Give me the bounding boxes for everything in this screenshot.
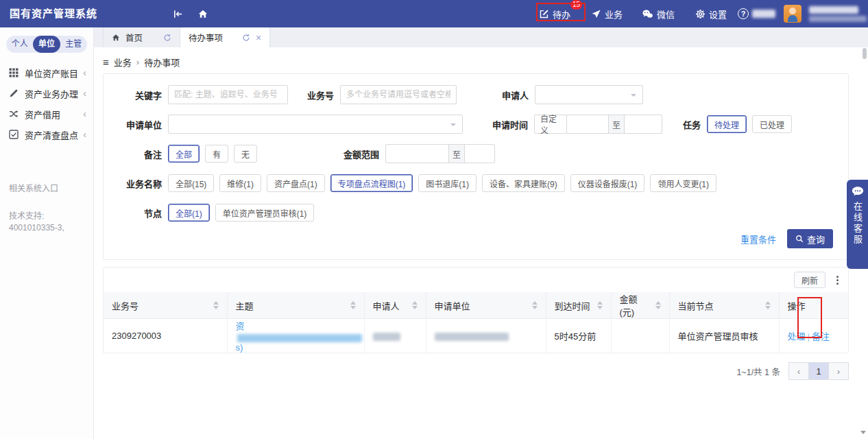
bizno-input[interactable]	[340, 85, 457, 104]
refresh-tab-icon[interactable]	[163, 34, 171, 42]
bizno-label: 业务号	[288, 88, 334, 102]
bizname-chip-user-change[interactable]: 领用人变更(1)	[650, 174, 716, 192]
breadcrumb-level2: 待办事项	[144, 56, 180, 69]
chat-bubble-icon	[852, 186, 864, 198]
sort-icon[interactable]	[597, 301, 603, 309]
close-tab-icon[interactable]: ×	[256, 32, 261, 43]
sidebar-item-asset-inventory[interactable]: 资产清查盘点 ‹	[0, 124, 93, 145]
search-button[interactable]: 查询	[787, 229, 833, 248]
nav-business-button[interactable]: 业务	[591, 8, 623, 21]
prev-page-button[interactable]: ‹	[788, 362, 809, 380]
applicant-select[interactable]	[535, 85, 643, 104]
chevron-collapsed-icon: ‹	[83, 88, 86, 98]
tab-todo[interactable]: 待办事项 ×	[180, 27, 270, 47]
process-link[interactable]: 处理	[788, 331, 806, 342]
sort-icon[interactable]	[532, 301, 538, 309]
more-options-icon[interactable]	[836, 276, 839, 285]
breadcrumb-separator: ›	[136, 57, 139, 67]
bizname-chip-inventory[interactable]: 资产盘点(1)	[267, 174, 325, 192]
node-chip-unit-admin-audit[interactable]: 单位资产管理员审核(1)	[215, 204, 315, 222]
sidebar-item-asset-borrow[interactable]: 资产借用 ‹	[0, 104, 93, 124]
amount-label: 金额范围	[257, 147, 379, 161]
segment-unit[interactable]: 单位	[33, 36, 60, 53]
node-chip-all[interactable]: 全部(1)	[168, 204, 210, 222]
cell-actions: 处理|备注	[779, 319, 848, 353]
nav-settings-button[interactable]: 设置	[695, 8, 727, 21]
user-menu[interactable]: ▾	[784, 5, 868, 23]
page-number-button[interactable]: 1	[808, 362, 829, 380]
bizname-chip-special-inventory[interactable]: 专项盘点流程图(1)	[330, 174, 413, 192]
task-label: 任务	[662, 118, 701, 131]
refresh-tab-icon[interactable]	[242, 34, 250, 42]
nav-wechat-button[interactable]: 微信	[642, 8, 675, 21]
task-pending-chip[interactable]: 待处理	[707, 115, 747, 133]
table-row: 2309270003 资s) 5时45分前 单位资产管理员审核 处理|备注	[104, 319, 848, 353]
hamburger-icon[interactable]: ≡	[103, 56, 109, 68]
apply-unit-select[interactable]	[168, 115, 463, 134]
bizname-chip-book-return[interactable]: 图书退库(1)	[418, 174, 477, 192]
filter-panel: 关键字 业务号 申请人 申请单位 申请时间 自定义 至 任务 待处理 已处理	[103, 73, 849, 260]
amount-min-input[interactable]	[385, 144, 449, 163]
cell-topic: 资s)	[227, 319, 364, 353]
scroll-down-arrow-icon[interactable]	[860, 431, 866, 437]
remark-link[interactable]: 备注	[812, 331, 830, 342]
main-area: 首页 待办事项 × ≡ 业务 › 待办事项 关键字 业务号 申请人	[94, 27, 868, 439]
role-segmented-control: 个人 单位 主管	[6, 36, 87, 53]
topic-link[interactable]: 资s)	[236, 321, 363, 353]
sort-icon[interactable]	[412, 301, 418, 309]
grid-icon	[9, 68, 19, 78]
segment-manager[interactable]: 主管	[60, 36, 87, 53]
amount-max-input[interactable]	[464, 144, 495, 163]
bizname-chip-repair[interactable]: 维修(1)	[219, 174, 261, 192]
time-preset-select[interactable]: 自定义	[534, 115, 567, 134]
cell-current-node: 单位资产管理员审核	[669, 319, 779, 353]
todo-count-badge: 15	[570, 0, 582, 10]
sidebar-item-unit-asset-accounts[interactable]: 单位资产账目 ‹	[0, 62, 93, 83]
bizname-chip-scrap[interactable]: 仪器设备报废(1)	[570, 174, 645, 192]
nav-help-button[interactable]: ?	[738, 8, 775, 19]
tab-home[interactable]: 首页	[103, 27, 180, 47]
help-icon: ?	[738, 8, 749, 19]
reset-conditions-link[interactable]: 重置条件	[740, 233, 776, 246]
remark-all-chip[interactable]: 全部	[168, 145, 200, 163]
remark-none-chip[interactable]: 无	[234, 145, 257, 163]
wechat-icon	[642, 9, 653, 19]
col-apply-unit: 申请单位	[435, 299, 470, 312]
nav-settings-label: 设置	[709, 8, 727, 21]
time-start-input[interactable]	[566, 115, 609, 134]
sidebar-item-asset-business[interactable]: 资产业务办理 ‹	[0, 83, 93, 104]
task-done-chip[interactable]: 已处理	[752, 115, 792, 133]
chevron-collapsed-icon: ‹	[83, 130, 86, 139]
keyword-label: 关键字	[117, 88, 162, 102]
bizname-label: 业务名称	[117, 177, 162, 190]
segment-personal[interactable]: 个人	[6, 36, 33, 53]
nav-todo-label: 待办	[553, 8, 570, 21]
col-applicant: 申请人	[373, 299, 400, 312]
home-icon[interactable]	[197, 0, 208, 27]
redacted-applicant	[373, 333, 400, 341]
sort-icon[interactable]	[655, 301, 661, 309]
remark-label: 备注	[117, 147, 162, 161]
related-systems-entry[interactable]: 相关系统入口	[0, 182, 93, 193]
sort-icon[interactable]	[350, 301, 356, 309]
scrollbar-thumb[interactable]	[863, 48, 867, 59]
sort-icon[interactable]	[765, 301, 771, 309]
bizname-chip-all[interactable]: 全部(15)	[168, 174, 214, 192]
nav-todo-button[interactable]: 待办 15	[539, 8, 570, 21]
sort-icon[interactable]	[213, 301, 219, 309]
remark-has-chip[interactable]: 有	[205, 145, 228, 163]
bizname-chip-equipment[interactable]: 设备、家具建账(9)	[482, 174, 565, 192]
col-current-node: 当前节点	[678, 299, 714, 312]
time-end-input[interactable]	[624, 115, 662, 134]
navbar-menu: 待办 15 业务 微信 设置 ?	[539, 0, 868, 27]
next-page-button[interactable]: ›	[828, 362, 849, 380]
col-amount: 金额(元)	[620, 292, 652, 318]
table-panel: 刷新 业务号 主题 申请人 申请单位 到达时间 金额(元) 当前节	[103, 267, 849, 353]
collapse-sidebar-icon[interactable]	[173, 0, 183, 27]
keyword-input[interactable]	[168, 85, 288, 104]
col-topic: 主题	[236, 299, 254, 312]
gear-icon	[695, 9, 706, 19]
pagination-total: 1~1/共 1 条	[736, 365, 780, 378]
refresh-button[interactable]: 刷新	[794, 272, 825, 288]
online-service-tab[interactable]: 在线客服	[847, 180, 868, 269]
